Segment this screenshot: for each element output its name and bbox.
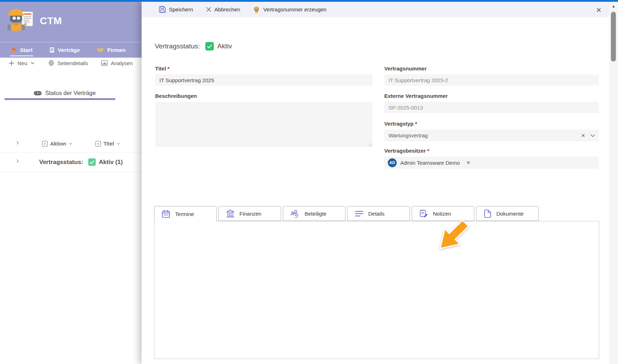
field-titel: Titel* IT Supportvertrag 2025 (155, 65, 373, 86)
app-background: CTM Start Verträge Firmen Ansprechpartne… (0, 2, 142, 364)
plus-icon (9, 60, 14, 66)
pointer-arrow-annotation (429, 215, 480, 252)
save-button[interactable]: Speichern (159, 6, 193, 13)
group-badge: Aktiv (1) (99, 159, 123, 166)
tab-details[interactable]: Details (347, 206, 410, 221)
divider (0, 172, 142, 172)
scrollbar-thumb[interactable] (611, 12, 616, 62)
app-title: CTM (40, 15, 62, 27)
chevron-down-icon (69, 143, 72, 145)
status-check-icon (88, 158, 96, 166)
lines-icon (355, 211, 363, 217)
externe-vertragsnummer-input[interactable]: SP-2025-0013 (384, 102, 599, 113)
field-vertragsnummer: Vertragsnummer IT Supportvertrag 2025-2 (384, 65, 599, 86)
status-value: Aktiv (217, 42, 232, 50)
divider (0, 153, 142, 153)
svg-text:T: T (44, 142, 46, 146)
field-externe-vertragsnummer: Externe Vertragsnummer SP-2025-0013 (384, 93, 599, 113)
people-sync-icon (291, 210, 300, 218)
scrollbar-up-arrow-icon[interactable]: ▲ (609, 4, 618, 8)
browser-top-strip (0, 0, 618, 2)
view-tab-status-der-vertraege[interactable]: Status der Verträge (34, 90, 96, 96)
cancel-button[interactable]: Abbrechen (206, 6, 241, 12)
contract-status-row: Vertragsstatus: Aktiv (155, 42, 232, 51)
construction-worker-icon (253, 6, 260, 13)
generate-contract-number-button[interactable]: Vertragsnummer erzeugen (253, 6, 327, 13)
resize-grip[interactable] (368, 142, 372, 146)
contract-icon (49, 47, 54, 53)
app-header: CTM (0, 2, 142, 42)
bar-chart-icon (101, 60, 107, 66)
view-tab-active-underline (5, 98, 115, 100)
field-vertragstyp: Vertragstyp* Wartungsvertrag ✕ (384, 121, 599, 141)
tab-content-panel (154, 221, 599, 359)
status-active-check-icon (205, 42, 214, 51)
save-icon (159, 6, 166, 13)
vertragstyp-lookup[interactable]: Wartungsvertrag ✕ (384, 130, 599, 141)
expand-all-chevron-icon[interactable] (16, 141, 19, 145)
gear-icon (48, 60, 54, 66)
new-button[interactable]: Neu (9, 60, 35, 66)
column-header-titel[interactable]: T Titel (95, 141, 120, 147)
analytics-button[interactable]: Analysen (101, 60, 133, 66)
vertragsnummer-input[interactable]: IT Supportvertrag 2025-2 (384, 74, 599, 86)
grid-header-row: T Aktion T Titel (0, 141, 142, 152)
handshake-icon (97, 48, 104, 53)
notepad-pen-icon (419, 209, 428, 218)
ctm-robot-logo-icon (7, 7, 35, 36)
app-nav: Start Verträge Firmen Ansprechpartner (0, 42, 142, 58)
tab-termine[interactable]: Termine (154, 206, 217, 222)
bank-icon (226, 210, 234, 218)
dialog-toolbar: Speichern Abbrechen Vertragsnummer erzeu… (142, 2, 609, 17)
text-column-icon: T (42, 141, 48, 147)
tab-beteiligte[interactable]: Beteiligte (283, 206, 345, 221)
beschreibungen-textarea[interactable] (155, 102, 373, 147)
document-icon (484, 210, 491, 218)
x-icon (206, 7, 211, 12)
svg-text:T: T (97, 142, 99, 146)
page-details-button[interactable]: Seitendetails (48, 60, 88, 66)
titel-input[interactable]: IT Supportvertrag 2025 (155, 74, 373, 86)
home-icon (11, 47, 17, 53)
status-label: Vertragsstatus: (155, 42, 200, 50)
text-column-icon: T (95, 141, 101, 147)
field-beschreibungen: Beschreibungen (155, 93, 373, 147)
vertragsbesitzer-lookup[interactable]: AD Admin Teamsware Demo ✕ (384, 157, 599, 169)
screen: CTM Start Verträge Firmen Ansprechpartne… (0, 0, 618, 364)
close-dialog-button[interactable]: ✕ (594, 5, 603, 15)
chevron-down-icon (117, 143, 120, 145)
calendar-icon (162, 210, 170, 218)
field-vertragsbesitzer: Vertragsbesitzer* AD Admin Teamsware Dem… (384, 148, 599, 169)
expand-group-chevron-icon[interactable] (16, 159, 19, 163)
contract-edit-dialog: Speichern Abbrechen Vertragsnummer erzeu… (142, 2, 609, 364)
avatar: AD (388, 158, 397, 167)
group-label: Vertragsstatus: (39, 159, 83, 166)
browser-scrollbar[interactable]: ▲ (609, 2, 618, 364)
column-header-aktion[interactable]: T Aktion (42, 141, 72, 147)
chevron-down-icon[interactable] (590, 134, 595, 137)
nav-item-start[interactable]: Start (11, 42, 32, 58)
tab-dokumente[interactable]: Dokumente (476, 206, 539, 221)
nav-item-firmen[interactable]: Firmen (97, 42, 126, 58)
chevron-down-icon (31, 62, 35, 64)
nav-item-vertraege[interactable]: Verträge (49, 42, 80, 58)
command-bar: Neu Seitendetails Analysen (9, 60, 133, 66)
tab-finanzen[interactable]: Finanzen (218, 206, 281, 221)
traffic-light-icon (34, 91, 42, 95)
remove-vertragsbesitzer-icon[interactable]: ✕ (466, 160, 470, 165)
clear-vertragstyp-icon[interactable]: ✕ (581, 133, 585, 138)
